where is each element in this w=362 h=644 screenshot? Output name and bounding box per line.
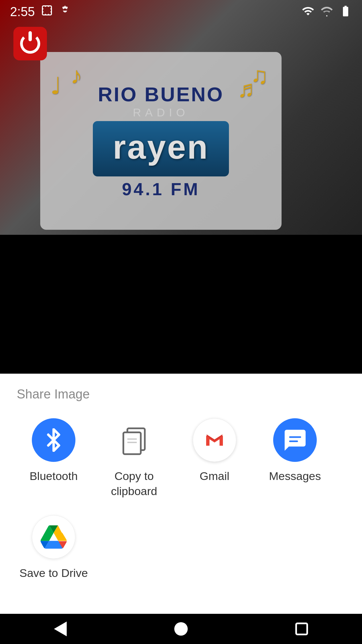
- wifi-icon: [302, 5, 314, 19]
- signal-icon: [320, 5, 333, 19]
- messages-label: Messages: [269, 469, 321, 483]
- clipboard-icon: [121, 425, 147, 455]
- share-grid: Bluetooth Copy to clipboard: [13, 418, 349, 597]
- bluetooth-icon-circle: [32, 418, 75, 462]
- radio-title: RIO BUENO: [98, 83, 224, 106]
- status-left: 2:55: [10, 4, 71, 19]
- settings-icon: [59, 4, 71, 19]
- home-icon: [174, 622, 188, 636]
- messages-icon-circle: [273, 418, 317, 462]
- svg-rect-3: [123, 432, 141, 454]
- bluetooth-label: Bluetooth: [29, 469, 78, 483]
- svg-rect-0: [42, 6, 51, 15]
- clipboard-icon-circle: [112, 418, 156, 462]
- status-bar: 2:55: [0, 0, 362, 23]
- share-item-messages[interactable]: Messages: [255, 418, 335, 498]
- messages-icon: [283, 428, 308, 453]
- app-icon[interactable]: [13, 27, 47, 60]
- screenshot-icon: [41, 4, 53, 19]
- drive-icon-circle: [32, 515, 75, 559]
- drive-icon: [41, 524, 67, 550]
- status-time: 2:55: [10, 5, 35, 19]
- note-icon-1: ♩: [50, 72, 61, 100]
- gmail-icon: [201, 427, 228, 453]
- note-icon-4: ♬: [237, 75, 255, 102]
- share-sheet: Share Image Bluetooth: [0, 374, 362, 614]
- share-item-clipboard[interactable]: Copy to clipboard: [94, 418, 174, 498]
- recent-icon: [295, 623, 308, 635]
- radio-card: ♩ ♪ ♫ ♬ RIO BUENO RADIO rayen 94.1 FM: [40, 52, 282, 230]
- battery-icon: [339, 5, 352, 19]
- home-button[interactable]: [174, 622, 188, 636]
- share-title: Share Image: [13, 387, 349, 401]
- gmail-label: Gmail: [200, 469, 230, 483]
- share-item-bluetooth[interactable]: Bluetooth: [13, 418, 94, 498]
- bluetooth-icon: [42, 428, 65, 452]
- radio-frequency: 94.1 FM: [122, 179, 200, 199]
- svg-rect-1: [326, 15, 327, 16]
- radio-name: rayen: [113, 128, 209, 166]
- gmail-icon-circle: [193, 418, 236, 462]
- back-icon: [54, 622, 67, 636]
- note-icon-2: ♪: [70, 62, 82, 89]
- share-item-drive[interactable]: Save to Drive: [13, 515, 94, 580]
- share-item-gmail[interactable]: Gmail: [174, 418, 255, 498]
- drive-label: Save to Drive: [19, 566, 88, 580]
- radio-label: RADIO: [133, 106, 189, 119]
- back-button[interactable]: [54, 622, 67, 636]
- nav-bar: [0, 614, 362, 644]
- recent-button[interactable]: [295, 623, 308, 635]
- clipboard-label: Copy to clipboard: [94, 469, 174, 498]
- status-right: [302, 5, 352, 19]
